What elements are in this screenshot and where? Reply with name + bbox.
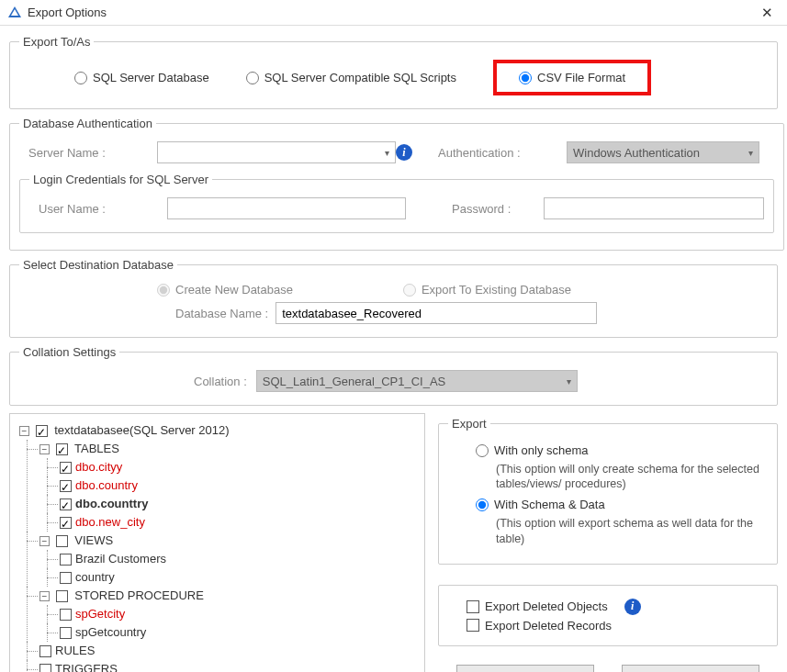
chk-deleted-objects[interactable]: [467, 600, 479, 613]
export-to-group: Export To/As SQL Server Database SQL Ser…: [9, 35, 778, 109]
auth-label: Authentication :: [438, 146, 567, 160]
tree-item[interactable]: dbo.new_city: [75, 515, 145, 529]
radio-sql-db[interactable]: SQL Server Database: [74, 71, 209, 84]
tree-rules[interactable]: RULES: [55, 644, 95, 657]
radio-csv-input[interactable]: [519, 72, 532, 84]
titlebar: Export Options ✕: [0, 0, 787, 26]
export-to-legend: Export To/As: [19, 35, 94, 49]
tree-checkbox[interactable]: [60, 480, 72, 492]
tree-item[interactable]: Brazil Customers: [75, 552, 166, 566]
tree-item[interactable]: dbo.cityy: [75, 460, 122, 474]
radio-create-db: Create New Database: [157, 283, 293, 297]
radio-only-schema-input[interactable]: [476, 444, 489, 457]
server-name-combo[interactable]: ▾: [157, 141, 396, 163]
object-tree[interactable]: − textdatabasee(SQL Server 2012) − TABLE…: [9, 413, 425, 672]
schema-data-desc: (This option will export schema as well …: [496, 516, 768, 547]
radio-csv[interactable]: CSV File Format: [519, 71, 625, 84]
radio-existing-db-label: Export To Existing Database: [422, 283, 571, 297]
tree-checkbox[interactable]: [39, 645, 51, 657]
window-title: Export Options: [28, 6, 754, 19]
tree-sp[interactable]: STORED PROCEDURE: [74, 588, 204, 602]
radio-sql-db-input[interactable]: [74, 72, 87, 84]
info-icon[interactable]: i: [624, 599, 641, 615]
radio-schema-data-input[interactable]: [476, 498, 489, 511]
tree-checkbox[interactable]: [56, 590, 68, 602]
radio-create-db-label: Create New Database: [175, 283, 293, 297]
tree-item[interactable]: dbo.country: [75, 478, 138, 492]
only-schema-desc: (This option will only create schema for…: [496, 462, 768, 493]
radio-existing-db-input: [403, 284, 416, 297]
tree-tables[interactable]: TABLES: [74, 442, 119, 455]
radio-create-db-input: [157, 284, 170, 297]
collation-group: Collation Settings Collation : SQL_Latin…: [9, 345, 778, 406]
server-name-label: Server Name :: [19, 146, 157, 160]
radio-only-schema-label: With only schema: [494, 443, 589, 457]
app-icon: [7, 6, 22, 20]
deleted-group: Export Deleted Objects i Export Deleted …: [438, 585, 778, 646]
tree-checkbox[interactable]: [60, 627, 72, 639]
db-auth-legend: Database Authentication: [19, 117, 156, 130]
radio-schema-data-label: With Schema & Data: [494, 498, 605, 511]
auth-combo: Windows Authentication▾: [567, 141, 759, 163]
collation-legend: Collation Settings: [19, 345, 119, 359]
collation-value: SQL_Latin1_General_CP1_CI_AS: [263, 375, 445, 388]
chk-deleted-objects-label: Export Deleted Objects: [485, 599, 608, 613]
csv-highlight: CSV File Format: [493, 60, 651, 95]
dest-db-group: Select Destination Database Create New D…: [9, 258, 778, 338]
chk-deleted-records[interactable]: [467, 619, 479, 632]
password-input[interactable]: [544, 197, 764, 219]
password-label: Password :: [452, 202, 544, 216]
collapse-icon[interactable]: −: [19, 426, 29, 436]
tree-item[interactable]: country: [75, 570, 115, 584]
close-button[interactable]: ✕: [754, 5, 780, 21]
username-label: User Name :: [29, 202, 167, 216]
collapse-icon[interactable]: −: [39, 591, 50, 601]
chk-deleted-records-label: Export Deleted Records: [485, 619, 612, 633]
tree-checkbox[interactable]: [60, 498, 72, 510]
collapse-icon[interactable]: −: [39, 536, 50, 546]
radio-sql-scripts-label: SQL Server Compatible SQL Scripts: [264, 71, 456, 84]
cancel-button[interactable]: Cancel: [622, 665, 759, 673]
username-input[interactable]: [167, 197, 406, 219]
tree-checkbox[interactable]: [60, 554, 72, 566]
tree-item[interactable]: spGetcountry: [75, 625, 146, 639]
radio-schema-data[interactable]: With Schema & Data: [476, 498, 605, 511]
dbname-label: Database Name :: [175, 307, 268, 320]
collation-combo: SQL_Latin1_General_CP1_CI_AS▾: [256, 370, 578, 392]
radio-sql-scripts[interactable]: SQL Server Compatible SQL Scripts: [246, 71, 456, 84]
info-icon[interactable]: i: [396, 144, 412, 161]
radio-sql-db-label: SQL Server Database: [93, 71, 209, 84]
login-legend: Login Credentials for SQL Server: [29, 173, 212, 186]
tree-item[interactable]: dbo.counttry: [75, 497, 148, 510]
tree-checkbox[interactable]: [56, 443, 68, 455]
tree-triggers[interactable]: TRIGGERS: [55, 662, 118, 672]
save-button[interactable]: Save: [456, 665, 594, 673]
collation-label: Collation :: [194, 375, 247, 388]
tree-checkbox[interactable]: [60, 517, 72, 529]
dbname-input[interactable]: [275, 302, 597, 324]
tree-checkbox[interactable]: [60, 609, 72, 621]
login-group: Login Credentials for SQL Server User Na…: [19, 173, 774, 233]
export-options-group: Export With only schema (This option wil…: [438, 417, 778, 565]
tree-root-label[interactable]: textdatabasee(SQL Server 2012): [54, 423, 229, 437]
radio-sql-scripts-input[interactable]: [246, 72, 259, 84]
db-auth-group: Database Authentication Server Name : ▾ …: [9, 117, 784, 251]
collapse-icon[interactable]: −: [39, 444, 50, 454]
auth-value: Windows Authentication: [573, 146, 700, 160]
radio-csv-label: CSV File Format: [537, 71, 625, 84]
radio-only-schema[interactable]: With only schema: [476, 443, 589, 457]
tree-checkbox[interactable]: [56, 535, 68, 547]
tree-checkbox[interactable]: [36, 425, 48, 437]
tree-checkbox[interactable]: [39, 664, 51, 672]
tree-item[interactable]: spGetcity: [75, 607, 125, 621]
export-legend: Export: [448, 417, 490, 431]
radio-existing-db: Export To Existing Database: [403, 283, 571, 297]
tree-checkbox[interactable]: [60, 572, 72, 584]
dest-db-legend: Select Destination Database: [19, 258, 177, 272]
tree-views[interactable]: VIEWS: [74, 533, 113, 547]
tree-checkbox[interactable]: [60, 462, 72, 474]
